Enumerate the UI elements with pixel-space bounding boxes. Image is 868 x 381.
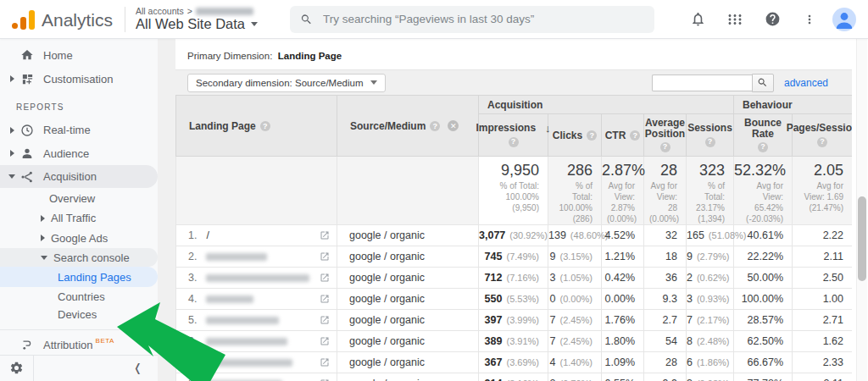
primary-dimension-value[interactable]: Landing Page bbox=[278, 51, 342, 61]
table-row[interactable]: 6. google / organic 389(3.91%) 7(2.45%) … bbox=[176, 331, 853, 352]
beta-badge: BETA bbox=[96, 337, 114, 345]
landing-page-redacted bbox=[206, 253, 267, 261]
clock-icon bbox=[19, 124, 35, 137]
help-icon[interactable]: ? bbox=[509, 137, 519, 147]
scrollbar-thumb[interactable] bbox=[858, 196, 866, 281]
table-search-input[interactable] bbox=[652, 75, 752, 91]
sessions-cell: 3(0.93%) bbox=[687, 289, 734, 310]
settings-gear-icon[interactable] bbox=[0, 356, 34, 381]
open-in-new-icon[interactable] bbox=[320, 273, 330, 285]
sidebar-item-audience[interactable]: Audience bbox=[0, 141, 158, 165]
pages-session-cell: 1.62 bbox=[793, 331, 852, 352]
sidebar-item-home[interactable]: Home bbox=[0, 44, 158, 68]
sessions-cell: 6(1.86%) bbox=[687, 352, 734, 373]
open-in-new-icon[interactable] bbox=[320, 315, 330, 328]
property-selector[interactable]: All Web Site Data bbox=[136, 16, 258, 32]
impressions-cell: 745(7.49%) bbox=[479, 246, 548, 268]
source-medium-value: google / organic bbox=[337, 373, 479, 381]
sidebar-item-search-console[interactable]: Search console bbox=[0, 248, 158, 268]
help-icon[interactable] bbox=[758, 5, 787, 34]
app-header: Analytics All accounts > All Web Site Da… bbox=[0, 0, 868, 39]
sidebar-item-landing-pages[interactable]: Landing Pages bbox=[0, 267, 158, 287]
report-panel: Primary Dimension: Landing Page Secondar… bbox=[175, 42, 852, 381]
table-row[interactable]: 7. google / organic 367(3.69%) 4(1.40%) … bbox=[176, 352, 853, 373]
table-row[interactable]: 1./ google / organic 3,077(30.92%) 139(4… bbox=[176, 225, 853, 246]
sidebar-item-countries[interactable]: Countries bbox=[0, 287, 158, 306]
open-in-new-icon[interactable] bbox=[320, 230, 330, 243]
sidebar-item-google-ads[interactable]: Google Ads bbox=[0, 229, 158, 248]
notifications-bell-icon[interactable] bbox=[683, 5, 712, 34]
help-icon[interactable]: ? bbox=[758, 142, 768, 152]
column-header-pages-session[interactable]: Pages/Session? bbox=[793, 114, 852, 157]
global-search[interactable] bbox=[290, 6, 654, 33]
table-row[interactable]: 4. google / organic 550(5.53%) 0(0.00%) … bbox=[176, 289, 853, 310]
column-header-impressions[interactable]: Impressions↓ ? bbox=[479, 114, 548, 157]
average-position-cell: 9.9 bbox=[644, 373, 687, 381]
help-icon[interactable]: ? bbox=[587, 130, 597, 141]
sidebar-item-all-traffic[interactable]: All Traffic bbox=[0, 208, 158, 229]
impressions-cell: 367(3.69%) bbox=[479, 352, 548, 373]
help-icon[interactable]: ? bbox=[705, 137, 715, 147]
apps-grid-icon[interactable] bbox=[721, 5, 749, 34]
help-icon[interactable]: ? bbox=[817, 137, 827, 147]
clicks-cell: 9(3.15%) bbox=[548, 246, 602, 268]
bounce-rate-cell: 77.78% bbox=[734, 373, 793, 381]
column-header-clicks[interactable]: Clicks? bbox=[548, 114, 602, 157]
column-header-landing-page[interactable]: Landing Page ? bbox=[176, 96, 337, 157]
column-header-sessions[interactable]: Sessions? bbox=[687, 114, 734, 157]
table-search-button[interactable] bbox=[752, 74, 774, 92]
landing-page-redacted bbox=[206, 317, 279, 324]
table-row[interactable]: 8. google / organic 314(3.16%) 2(0.70%) … bbox=[176, 373, 853, 381]
landing-page-value[interactable]: / bbox=[206, 229, 209, 241]
analytics-logo-icon[interactable] bbox=[12, 9, 35, 30]
breadcrumb-all-accounts[interactable]: All accounts bbox=[136, 6, 184, 16]
open-in-new-icon[interactable] bbox=[320, 336, 330, 349]
sidebar-footer: ❬ bbox=[0, 355, 158, 381]
chevron-right-icon bbox=[41, 215, 45, 222]
source-medium-value: google / organic bbox=[337, 352, 479, 373]
help-icon[interactable]: ? bbox=[660, 142, 670, 152]
clicks-cell: 139(48.60%) bbox=[548, 225, 602, 246]
table-row[interactable]: 2. google / organic 745(7.49%) 9(3.15%) … bbox=[176, 246, 853, 268]
advanced-search-link[interactable]: advanced bbox=[784, 77, 828, 89]
open-in-new-icon[interactable] bbox=[320, 251, 330, 264]
clicks-cell: 0(0.00%) bbox=[548, 289, 602, 310]
total-sessions: 323 % of Total: 23.17% (1,394) bbox=[687, 157, 734, 225]
column-header-average-position[interactable]: Average Position? bbox=[644, 114, 687, 157]
row-index: 7. bbox=[188, 356, 197, 368]
breadcrumb: All accounts > bbox=[136, 6, 258, 16]
user-avatar[interactable] bbox=[832, 8, 856, 31]
column-header-bounce-rate[interactable]: Bounce Rate? bbox=[734, 114, 793, 157]
open-in-new-icon[interactable] bbox=[320, 294, 330, 306]
help-icon[interactable]: ? bbox=[260, 121, 270, 131]
table-body: 9,950 % of Total: 100.00% (9,950) 286 % … bbox=[176, 157, 853, 381]
pages-session-cell: 2.33 bbox=[793, 352, 852, 373]
sidebar-item-overview[interactable]: Overview bbox=[0, 188, 158, 208]
help-icon[interactable]: ? bbox=[630, 130, 640, 141]
column-header-source-medium[interactable]: Source/Medium ? ✕ bbox=[337, 96, 479, 157]
source-medium-value: google / organic bbox=[337, 268, 479, 289]
pages-session-cell: 2.11 bbox=[793, 373, 852, 381]
column-header-ctr[interactable]: CTR? bbox=[602, 114, 644, 157]
average-position-cell: 28 bbox=[644, 352, 687, 373]
table-row[interactable]: 3. google / organic 712(7.16%) 3(1.05%) … bbox=[176, 268, 853, 289]
sidebar-item-attribution[interactable]: Attribution BETA bbox=[0, 335, 158, 355]
source-medium-value: google / organic bbox=[337, 331, 479, 352]
open-in-new-icon[interactable] bbox=[320, 357, 330, 370]
sidebar-item-realtime[interactable]: Real-time bbox=[0, 119, 158, 142]
sidebar-item-customisation[interactable]: Customisation bbox=[0, 67, 158, 91]
table-row[interactable]: 5. google / organic 397(3.99%) 7(2.45%) … bbox=[176, 310, 853, 331]
global-search-input[interactable] bbox=[323, 13, 644, 25]
more-vertical-icon[interactable] bbox=[795, 5, 824, 34]
help-icon[interactable]: ? bbox=[430, 121, 440, 131]
impressions-cell: 314(3.16%) bbox=[479, 373, 548, 381]
clicks-cell: 7(2.45%) bbox=[548, 331, 602, 352]
vertical-scrollbar[interactable] bbox=[856, 39, 867, 381]
remove-secondary-dimension-icon[interactable]: ✕ bbox=[448, 120, 459, 131]
secondary-dimension-button[interactable]: Secondary dimension: Source/Medium bbox=[187, 74, 386, 92]
sidebar-item-devices[interactable]: Devices bbox=[0, 306, 158, 324]
sidebar-divider bbox=[0, 329, 158, 330]
customisation-icon bbox=[19, 73, 35, 86]
collapse-sidebar-chevron[interactable]: ❬ bbox=[133, 362, 158, 374]
sidebar-item-acquisition[interactable]: Acquisition bbox=[0, 165, 158, 189]
